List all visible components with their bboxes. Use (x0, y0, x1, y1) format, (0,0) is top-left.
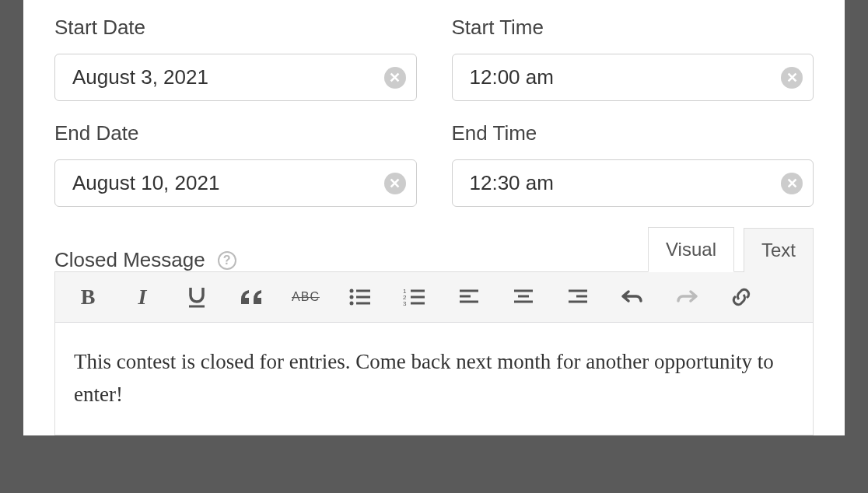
close-icon: ✕ (389, 71, 401, 85)
field-start-time: Start Time ✕ (452, 16, 814, 101)
end-time-input[interactable] (452, 159, 814, 207)
start-time-input[interactable] (452, 54, 814, 101)
row-start: Start Date ✕ Start Time ✕ (54, 16, 814, 101)
align-left-button[interactable] (453, 281, 485, 313)
end-date-input-wrap: ✕ (54, 159, 417, 207)
close-icon: ✕ (786, 71, 798, 85)
svg-point-5 (350, 302, 354, 306)
clear-end-date-button[interactable]: ✕ (384, 173, 406, 194)
closed-message-label: Closed Message (54, 248, 205, 272)
rich-text-editor: B I ABC (54, 271, 814, 435)
end-date-input[interactable] (54, 159, 417, 207)
start-date-input-wrap: ✕ (54, 54, 417, 101)
undo-icon (621, 288, 644, 306)
clear-end-time-button[interactable]: ✕ (781, 173, 803, 194)
quote-icon (238, 287, 264, 307)
strikethrough-button[interactable]: ABC (290, 281, 321, 313)
redo-button[interactable] (671, 281, 702, 313)
end-date-label: End Date (54, 121, 417, 145)
start-time-input-wrap: ✕ (452, 54, 814, 101)
svg-point-3 (350, 295, 354, 299)
help-icon[interactable]: ? (218, 251, 236, 270)
tab-visual[interactable]: Visual (648, 227, 734, 272)
link-button[interactable] (726, 281, 757, 313)
closed-message-header: Closed Message ? Visual Text (54, 227, 814, 272)
align-left-icon (458, 288, 480, 306)
numbered-list-button[interactable]: 1 2 3 (399, 281, 430, 313)
italic-button[interactable]: I (127, 281, 158, 313)
closed-label-wrap: Closed Message ? (54, 248, 236, 272)
underline-button[interactable] (181, 281, 212, 313)
bullet-list-icon (348, 287, 372, 307)
underline-icon (187, 285, 207, 309)
end-time-input-wrap: ✕ (452, 159, 814, 207)
redo-icon (675, 288, 698, 306)
tab-text[interactable]: Text (744, 228, 814, 272)
align-center-icon (513, 288, 534, 306)
bullet-list-button[interactable] (345, 281, 376, 313)
start-date-input[interactable] (54, 54, 417, 101)
editor-content[interactable]: This contest is closed for entries. Come… (55, 323, 813, 435)
close-icon: ✕ (786, 177, 798, 191)
svg-point-1 (350, 289, 354, 293)
clear-start-date-button[interactable]: ✕ (384, 67, 406, 89)
editor-toolbar: B I ABC (55, 272, 813, 323)
clear-start-time-button[interactable]: ✕ (781, 67, 803, 89)
align-right-icon (567, 288, 589, 306)
align-right-button[interactable] (562, 281, 593, 313)
start-date-label: Start Date (54, 16, 417, 40)
row-end: End Date ✕ End Time ✕ (54, 121, 814, 207)
link-icon (730, 285, 753, 309)
svg-text:3: 3 (403, 300, 407, 307)
field-end-date: End Date ✕ (54, 121, 417, 207)
blockquote-button[interactable] (236, 281, 267, 313)
field-start-date: Start Date ✕ (54, 16, 417, 101)
field-end-time: End Time ✕ (452, 121, 814, 207)
form-panel: Start Date ✕ Start Time ✕ End Date (23, 0, 845, 435)
align-center-button[interactable] (508, 281, 539, 313)
end-time-label: End Time (452, 121, 814, 145)
numbered-list-icon: 1 2 3 (403, 287, 426, 307)
editor-tabs: Visual Text (648, 227, 814, 272)
start-time-label: Start Time (452, 16, 814, 40)
bold-button[interactable]: B (72, 281, 103, 313)
undo-button[interactable] (617, 281, 648, 313)
close-icon: ✕ (389, 177, 401, 191)
